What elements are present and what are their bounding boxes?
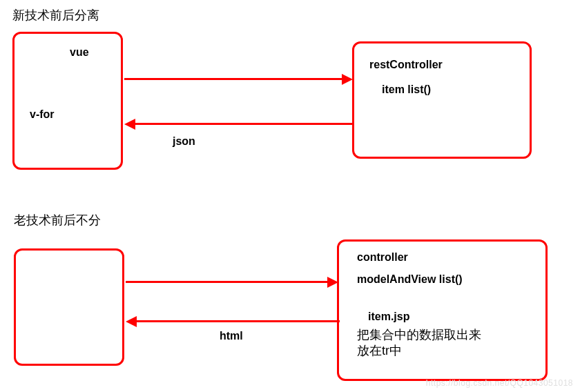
section1-right-box: restController item list() <box>352 41 532 159</box>
restcontroller-label: restController <box>369 59 443 71</box>
html-label: html <box>220 330 243 342</box>
vfor-label: v-for <box>30 108 55 121</box>
controller-label: controller <box>357 251 408 264</box>
itemjsp-label: item.jsp <box>368 311 409 323</box>
section2-right-box: controller modelAndView list() item.jsp … <box>337 239 548 381</box>
description-label: 把集合中的数据取出来 放在tr中 <box>357 327 481 360</box>
arrow-left-icon <box>135 123 354 125</box>
section1-title: 新技术前后分离 <box>12 7 99 23</box>
section2-title: 老技术前后不分 <box>14 212 101 228</box>
arrow-right-icon <box>124 78 344 80</box>
section1-left-box: vue v-for <box>12 32 123 170</box>
arrow-left-head-icon <box>124 119 135 130</box>
itemlist-label: item list() <box>382 84 431 96</box>
arrow-left-2-icon <box>136 320 340 322</box>
arrow-right-2-icon <box>126 281 329 283</box>
section2-left-box <box>14 248 124 366</box>
modelandview-label: modelAndView list() <box>357 273 463 286</box>
json-label: json <box>173 135 195 148</box>
vue-label: vue <box>70 46 89 59</box>
arrow-left-head-2-icon <box>126 316 137 327</box>
watermark: https://blog.csdn.net/QQ1043051018 <box>426 378 573 388</box>
arrow-right-head-2-icon <box>327 277 338 288</box>
arrow-right-head-icon <box>342 74 353 85</box>
